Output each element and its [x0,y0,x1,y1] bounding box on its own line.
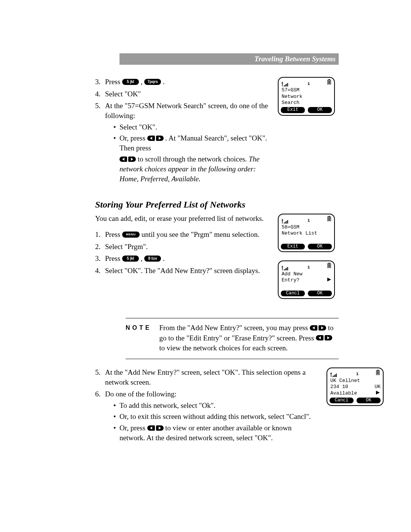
note-text: From the "Add New Entry?" screen, you ma… [159,323,339,353]
step-1: 1. Press MENU until you see the "Prgm" m… [95,230,269,240]
text: Press [105,78,122,86]
nav-left-right-icon [310,325,326,331]
text: Select "OK". [119,123,157,131]
status-number: 1 [307,81,310,87]
svg-rect-30 [335,374,336,377]
svg-rect-31 [336,374,337,377]
svg-rect-10 [285,222,286,224]
bullet: Or, press . At "Manual Search", select "… [113,133,269,184]
softkey-ok[interactable]: OK [308,291,332,297]
signal-icon [282,219,290,224]
text: , [141,254,145,262]
battery-icon [327,79,331,86]
status-number: 1 [307,218,310,224]
svg-rect-0 [284,85,285,86]
step-4: 4. Select "OK". The "Add New Entry?" scr… [95,266,269,276]
screen-line: Search [282,100,332,106]
nav-left-right-icon [316,335,332,340]
phone-screen-add-new: 1 Add New Entry? Cancl OK [278,260,335,299]
screen-line: 234 10UK [330,384,381,390]
key-5-icon: 5 jkl [122,256,139,262]
softkey-ok[interactable]: OK [308,244,332,250]
text: Select "OK" [105,90,141,98]
phone-screen-58gsm: 1 58=GSM Network List Exit OK [278,214,335,252]
text: . [163,254,165,262]
section-preferred-networks: You can add, edit, or erase your preferr… [95,214,339,307]
bullet: Or, press to view or enter another avail… [113,423,317,443]
key-7-icon: 7pqrs [144,79,161,85]
screen-line: Entry? [282,277,332,283]
softkey-exit[interactable]: Exit [281,107,305,113]
softkey-cancl[interactable]: Cancl [281,291,305,297]
screen-line: Add New [282,271,332,277]
key-5-icon: 5 jkl [122,79,139,85]
text: At the "Add New Entry?" screen, select "… [105,368,306,386]
section-heading: Storing Your Preferred List of Networks [95,200,339,210]
battery-icon [376,370,380,377]
text: Press [105,230,122,238]
screen-line: UK Cellnet [330,378,381,384]
manual-page: Traveling Between Systems 3. Press 5 jkl… [0,0,411,470]
step-4: 4. Select "OK" [95,89,269,99]
svg-rect-34 [377,371,379,372]
svg-rect-7 [328,82,330,83]
key-menu-icon: MENU [122,232,140,238]
step-5: 5. At the "57=GSM Network Search" screen… [95,101,269,184]
svg-rect-21 [287,267,288,270]
svg-rect-6 [328,81,330,81]
step-3: 3. Press 5 jkl , 8 tuv . [95,254,269,264]
intro-text: You can add, edit, or erase your preferr… [95,214,269,224]
text: Do one of the following: [105,390,177,398]
step-3: 3. Press 5 jkl , 7pqrs . [95,77,269,87]
phone-screen-uk-cellnet: 1 UK Cellnet 234 10UK Available [327,367,384,406]
text: Or, press [119,134,147,142]
screen-line: 57=GSM [282,87,332,93]
text: Select "Prgm". [105,243,148,251]
svg-marker-37 [376,391,380,395]
softkey-cancl[interactable]: Cancl [330,398,354,404]
screen-line: Network [282,94,332,100]
section-continue: 5. At the "Add New Entry?" screen, selec… [95,367,339,447]
signal-icon [330,372,339,377]
bullet: Select "OK". [113,122,269,132]
text: To add this network, select "Ok". [119,401,215,409]
text: Press [105,254,122,262]
text: to scroll through the network choices. [138,155,249,163]
svg-rect-3 [287,83,288,86]
softkey-ok[interactable]: OK [308,107,332,113]
nav-left-right-icon [147,136,164,141]
text: Or, to exit this screen without adding t… [119,412,311,420]
section-network-search: 3. Press 5 jkl , 7pqrs . 4. Select "OK" … [95,77,339,188]
key-8-icon: 8 tuv [144,256,161,262]
text: Select "OK". The "Add New Entry?" screen… [105,267,260,275]
svg-rect-9 [284,222,285,224]
svg-rect-20 [286,268,287,270]
signal-icon [282,266,290,270]
svg-rect-35 [377,372,379,373]
svg-rect-26 [328,267,330,267]
bullet: To add this network, select "Ok". [113,401,317,411]
svg-rect-15 [328,217,330,218]
svg-rect-25 [328,265,330,266]
battery-icon [327,263,331,270]
step-5: 5. At the "Add New Entry?" screen, selec… [95,367,317,387]
svg-rect-16 [328,219,330,219]
page-header: Traveling Between Systems [119,53,339,65]
svg-rect-24 [328,264,330,265]
softkey-ok[interactable]: OK [357,398,381,404]
screen-line: 58=GSM [282,224,332,230]
text: . [163,78,165,86]
step-6: 6. Do one of the following: To add this … [95,389,317,443]
svg-rect-18 [284,269,285,270]
arrow-right-icon [376,390,380,396]
svg-rect-17 [328,220,330,220]
svg-rect-11 [286,221,287,224]
text: , [141,78,145,86]
svg-rect-29 [334,375,335,377]
softkey-exit[interactable]: Exit [281,244,305,250]
signal-icon [282,82,290,86]
screen-line: Network List [282,230,332,236]
phone-screen-57gsm: 1 57=GSM Network Search Exit OK [278,77,335,116]
screen-line: Available [330,390,381,396]
step-2: 2. Select "Prgm". [95,242,269,252]
